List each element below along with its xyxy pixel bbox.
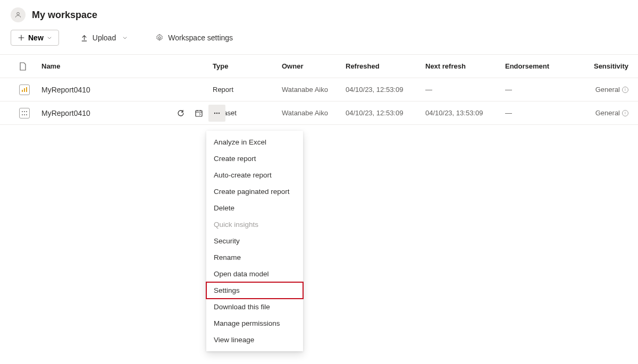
- svg-point-9: [24, 114, 25, 115]
- svg-point-12: [214, 112, 215, 113]
- chevron-down-icon: [47, 35, 52, 40]
- report-icon: [21, 87, 28, 92]
- table-row[interactable]: MyReport0410: [0, 101, 638, 125]
- more-icon: [213, 109, 221, 117]
- sensitivity-label: General: [595, 86, 620, 94]
- workspace-title: My workspace: [32, 10, 97, 21]
- row-name[interactable]: MyReport0410: [32, 86, 213, 94]
- row-refreshed: 04/10/23, 12:53:09: [346, 109, 425, 117]
- chevron-down-icon: [122, 35, 128, 40]
- more-options-button[interactable]: [208, 105, 225, 122]
- plus-icon: [18, 34, 25, 41]
- refresh-button[interactable]: [172, 105, 189, 122]
- svg-point-13: [216, 112, 217, 113]
- svg-point-1: [158, 37, 161, 39]
- column-refreshed[interactable]: Refreshed: [346, 62, 425, 70]
- row-type: Report: [213, 86, 282, 94]
- table-header: Name Type Owner Refreshed Next refresh E…: [0, 55, 638, 78]
- svg-rect-2: [22, 90, 23, 92]
- gear-icon: [155, 33, 164, 42]
- refresh-icon: [177, 109, 185, 117]
- svg-rect-11: [196, 111, 202, 116]
- info-icon[interactable]: i: [622, 110, 628, 116]
- row-type-icon: [0, 108, 32, 118]
- column-icon: [0, 62, 32, 71]
- row-refreshed: 04/10/23, 12:53:09: [346, 86, 425, 94]
- row-endorsement: —: [505, 109, 569, 117]
- row-sensitivity: General i: [569, 109, 638, 117]
- new-button-label: New: [28, 33, 44, 42]
- toolbar: New Upload Workspace settings: [0, 27, 638, 55]
- svg-point-7: [26, 111, 27, 112]
- column-next-refresh[interactable]: Next refresh: [425, 62, 505, 70]
- svg-rect-3: [24, 88, 25, 92]
- upload-label: Upload: [93, 33, 116, 42]
- schedule-icon: [195, 109, 203, 117]
- svg-point-5: [22, 111, 23, 112]
- sensitivity-label: General: [595, 109, 620, 117]
- svg-point-6: [24, 111, 25, 112]
- column-owner[interactable]: Owner: [282, 62, 346, 70]
- row-owner: Watanabe Aiko: [282, 109, 346, 117]
- column-sensitivity[interactable]: Sensitivity: [569, 62, 638, 70]
- dataset-icon: [21, 111, 28, 116]
- content-table: Name Type Owner Refreshed Next refresh E…: [0, 55, 638, 125]
- new-button[interactable]: New: [11, 30, 59, 46]
- row-owner: Watanabe Aiko: [282, 86, 346, 94]
- row-next-refresh: —: [425, 86, 505, 94]
- file-icon: [19, 62, 27, 71]
- workspace-settings-button[interactable]: Workspace settings: [149, 30, 239, 45]
- upload-icon: [80, 34, 88, 42]
- column-type[interactable]: Type: [213, 62, 282, 70]
- svg-point-14: [219, 112, 220, 113]
- person-icon: [14, 11, 22, 19]
- upload-button[interactable]: Upload: [74, 30, 134, 45]
- table-row[interactable]: MyReport0410 Report Watanabe Aiko 04/10/…: [0, 78, 638, 101]
- row-actions: [172, 105, 225, 122]
- svg-point-10: [26, 114, 27, 115]
- row-next-refresh: 04/10/23, 13:53:09: [425, 109, 505, 117]
- row-sensitivity: General i: [569, 86, 638, 94]
- workspace-settings-label: Workspace settings: [168, 33, 233, 42]
- workspace-avatar: [11, 7, 26, 22]
- row-type-icon: [0, 84, 32, 95]
- column-name[interactable]: Name: [32, 62, 213, 70]
- column-endorsement[interactable]: Endorsement: [505, 62, 569, 70]
- svg-point-8: [22, 114, 23, 115]
- workspace-header: My workspace: [0, 0, 638, 27]
- svg-rect-4: [26, 87, 27, 92]
- svg-point-0: [17, 12, 20, 15]
- schedule-refresh-button[interactable]: [190, 105, 207, 122]
- info-icon[interactable]: i: [622, 87, 628, 93]
- row-endorsement: —: [505, 86, 569, 94]
